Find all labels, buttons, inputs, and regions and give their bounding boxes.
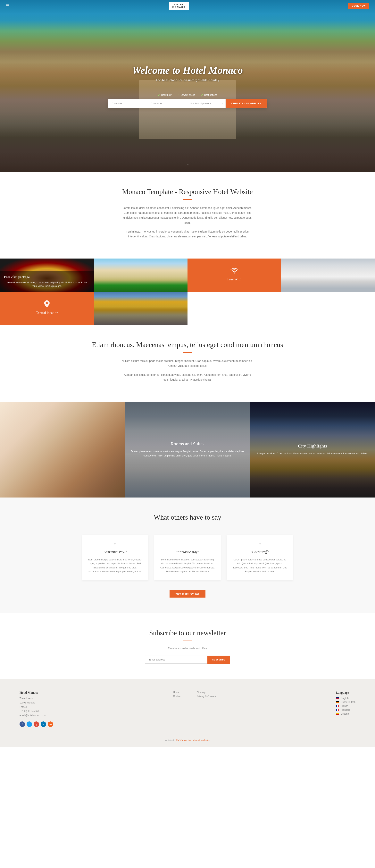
newsletter-section: Subscribe to our newsletter Receive excl… [0,613,375,679]
quote-icon-3: " [232,542,287,548]
wifi-title: Free WiFi [227,277,241,281]
about-divider [183,199,192,200]
social-twitter-icon[interactable]: t [27,721,32,727]
testimonial-title-2: "Fantastic stay" [160,550,215,554]
testimonial-title-1: "Amazing stay!" [88,550,143,554]
about-section: Monaco Template - Responsive Hotel Websi… [0,172,375,258]
footer-bottom: Website by DaFiGenics from internet-mark… [20,735,355,741]
lang-french-1[interactable]: French [336,705,355,707]
newsletter-divider [183,641,192,641]
room-city: City Highlights Integer tincidunt. Cras … [250,402,375,497]
flag-fr-2 [336,709,339,711]
city-title: City Highlights [298,443,327,448]
testimonials-grid: " "Amazing stay!" Nam pretium turpis et … [39,535,336,581]
city-overlay: City Highlights Integer tincidunt. Cras … [250,402,375,497]
view-more-reviews-button[interactable]: View more reviews [169,590,206,597]
lang-spanish[interactable]: Espanol [336,712,355,715]
footer-brand-address: The Address 10095 Monaco France +31 (0) … [20,696,53,717]
lang-german[interactable]: Duits/Deutsch [336,701,355,704]
testimonials-divider [183,525,192,525]
feature-bedroom [281,258,375,292]
spa-image [0,402,125,497]
testimonial-text-2: Lorem ipsum dolor sit amet, consectetur … [160,558,215,574]
rhoncus-section: Etiam rhoncus. Maecenas tempus, tellus e… [0,325,375,402]
footer-language: Language English Duits/Deutsch French Fr… [336,691,355,727]
feature-location: Central location [0,292,94,325]
room-suites: Rooms and Suites Donec pharetre ex purus… [125,402,250,497]
checkin-input[interactable] [108,99,147,108]
flag-de [336,701,339,703]
hero-content: Welcome to Hotel Monaco The best place f… [0,0,375,172]
wifi-overlay: Free WiFi [187,258,281,292]
svg-point-0 [234,272,235,273]
rooms-grid: Rooms and Suites Donec pharetre ex purus… [0,402,375,497]
hero-section: Welcome to Hotel Monaco The best place f… [0,0,375,172]
rhoncus-text-2: Aenean leo ligula, porttitor eu, consequ… [121,372,254,382]
suite-overlay: Rooms and Suites Donec pharetre ex purus… [125,402,250,497]
svg-point-1 [46,302,48,304]
location-title: Central location [36,311,58,315]
quote-icon-2: " [160,542,215,548]
about-text-1: Lorem ipsum dolor sit amet, consectetur … [121,206,254,225]
about-title: Monaco Template - Responsive Hotel Websi… [39,188,336,196]
suite-title: Rooms and Suites [170,441,204,446]
building-image [94,258,187,292]
breakfast-overlay: Breakfast package Lorem ipsum dolor sit … [0,271,94,292]
newsletter-email-input[interactable] [145,656,208,663]
footer-link-privacy[interactable]: Privacy & Cookies [197,695,216,698]
menu-icon[interactable]: ☰ [6,3,10,8]
footer-link-home[interactable]: Home [173,691,181,694]
newsletter-subscribe-button[interactable]: Subscribe [208,656,230,663]
feature-breakfast: Breakfast package Lorem ipsum dolor sit … [0,258,94,292]
hero-badges: ✓ Book now ✓ Lowest prices ✓ Best option… [158,93,217,96]
lang-english[interactable]: English [336,697,355,700]
lang-french-2[interactable]: Francais [336,709,355,711]
room-spa [0,402,125,497]
testimonial-title-3: "Great staff" [232,550,287,554]
flag-en [336,697,339,700]
rhoncus-title: Etiam rhoncus. Maecenas tempus, tellus e… [39,341,336,349]
location-icon [44,300,50,309]
persons-select-wrap: Number of persons 1 Person 2 Persons 3 P… [186,99,226,108]
feature-building [94,258,187,292]
booking-bar: Number of persons 1 Person 2 Persons 3 P… [108,99,267,108]
footer-language-title: Language [336,691,355,694]
newsletter-form: Subscribe [39,656,336,663]
footer: Hotel Monaco The Address 10095 Monaco Fr… [0,679,375,747]
features-grid: Breakfast package Lorem ipsum dolor sit … [0,258,375,325]
hero-title: Welcome to Hotel Monaco [132,64,243,76]
main-header: ☰ HOTEL MONACO BOOK NOW [0,0,375,12]
check-icon-3: ✓ [201,93,203,96]
persons-select[interactable]: Number of persons 1 Person 2 Persons 3 P… [186,99,225,108]
footer-nav-col-1: Home Contact [173,691,181,727]
social-linkedin-icon[interactable]: in [41,721,46,727]
newsletter-subtitle: Receive exclusive deals and offers [39,647,336,650]
newsletter-title: Subscribe to our newsletter [39,629,336,637]
testimonial-card-2: " "Fantastic stay" Lorem ipsum dolor sit… [154,535,221,581]
footer-link-sitemap[interactable]: Sitemap [197,691,216,694]
footer-nav-col-2: Sitemap Privacy & Cookies [197,691,216,727]
check-availability-button[interactable]: CHECK AVAILABILITY [226,99,267,108]
footer-link-contact[interactable]: Contact [173,695,181,698]
footer-social: f t g in rss [20,721,53,727]
social-google-icon[interactable]: g [34,721,39,727]
cityview-image [94,292,187,325]
flag-fr-1 [336,705,339,707]
footer-brand-name: Hotel Monaco [20,691,53,694]
breakfast-desc: Lorem ipsum dolor sit amet, conse ctetur… [4,281,90,288]
checkout-input[interactable] [147,99,186,108]
rhoncus-divider [183,352,192,353]
testimonial-text-1: Nam pretium turpis et arcu. Duis arcu to… [88,558,143,574]
testimonials-title: What others have to say [39,513,336,521]
book-now-button[interactable]: BOOK NOW [348,3,369,9]
social-facebook-icon[interactable]: f [20,721,25,727]
rhoncus-text-1: Nullam dictum felis eu pede mollis preti… [121,359,254,368]
flag-es [336,713,339,715]
testimonial-card-3: " "Great staff" Lorem ipsum dolor sit am… [226,535,293,581]
footer-nav: Home Contact Sitemap Privacy & Cookies [173,691,216,727]
footer-credits-link[interactable]: DaFiGenics from internet-marketing [176,739,210,741]
check-icon-1: ✓ [158,93,160,96]
footer-brand: Hotel Monaco The Address 10095 Monaco Fr… [20,691,53,727]
social-rss-icon[interactable]: rss [48,721,53,727]
feature-wifi: Free WiFi [187,258,281,292]
